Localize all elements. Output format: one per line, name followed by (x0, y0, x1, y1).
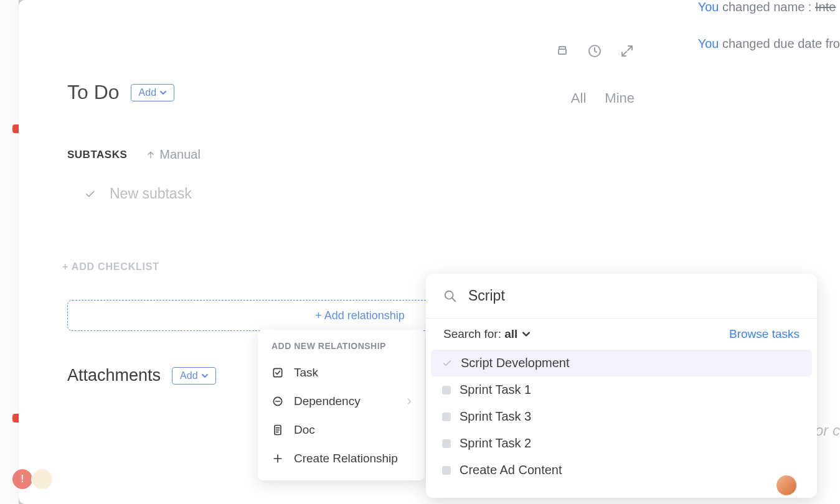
print-icon[interactable] (555, 44, 570, 58)
relationship-type-menu: ADD NEW RELATIONSHIP Task Dependency Doc… (258, 330, 425, 480)
search-result-item[interactable]: Create Ad Content (431, 457, 812, 483)
chevron-down-icon (202, 373, 208, 379)
chevron-down-icon (522, 330, 530, 338)
chevron-down-icon (160, 90, 166, 96)
attachments-add-button[interactable]: Add (172, 367, 215, 385)
menu-header: ADD NEW RELATIONSHIP (258, 341, 425, 358)
check-icon (85, 189, 96, 200)
search-result-item[interactable]: Sprint Task 3 (431, 403, 812, 430)
avatar: ! (11, 468, 34, 490)
check-icon (442, 358, 452, 368)
search-result-item[interactable]: Sprint Task 1 (431, 376, 812, 403)
activity-history-icon[interactable] (587, 44, 602, 58)
status-add-button[interactable]: Add (131, 84, 174, 101)
expand-icon[interactable] (620, 44, 635, 58)
assignee-avatars: ! (11, 468, 54, 490)
new-subtask-input[interactable] (110, 185, 296, 202)
task-check-icon (271, 366, 284, 379)
svg-rect-0 (559, 49, 566, 54)
task-status-box (442, 413, 451, 421)
activity-log-entry: You changed due date fro (698, 37, 840, 51)
search-result-item[interactable]: Sprint Task 2 (431, 430, 812, 457)
arrow-up-icon (146, 150, 156, 160)
task-status-box (442, 439, 451, 448)
browse-tasks-link[interactable]: Browse tasks (729, 327, 800, 341)
menu-item-dependency[interactable]: Dependency (258, 387, 425, 416)
avatar (776, 475, 796, 495)
chevron-right-icon (405, 397, 413, 406)
subtasks-sort-mode[interactable]: Manual (146, 147, 201, 162)
doc-icon (271, 424, 284, 436)
plus-icon (271, 452, 284, 465)
subtasks-section-label: SUBTASKS (67, 149, 127, 161)
menu-item-create-relationship[interactable]: Create Relationship (258, 444, 425, 473)
search-scope-selector[interactable]: Search for: all (443, 327, 530, 341)
add-checklist-button[interactable]: + ADD CHECKLIST (62, 261, 641, 273)
activity-log-entry: You changed name : Inte (698, 0, 840, 14)
avatar (31, 468, 54, 490)
task-status-title: To Do (67, 81, 120, 104)
dependency-icon (271, 395, 284, 408)
search-icon (443, 289, 457, 303)
task-status-box (442, 386, 451, 394)
left-app-strip (0, 0, 19, 504)
menu-item-doc[interactable]: Doc (258, 416, 425, 444)
task-search-popup: Search for: all Browse tasks Script Deve… (426, 274, 817, 498)
menu-item-task[interactable]: Task (258, 358, 425, 387)
svg-rect-2 (273, 368, 281, 376)
search-result-item[interactable]: Script Development (431, 350, 812, 376)
attachments-section-title: Attachments (67, 366, 161, 385)
search-input[interactable] (468, 287, 800, 304)
task-status-box (442, 466, 451, 475)
